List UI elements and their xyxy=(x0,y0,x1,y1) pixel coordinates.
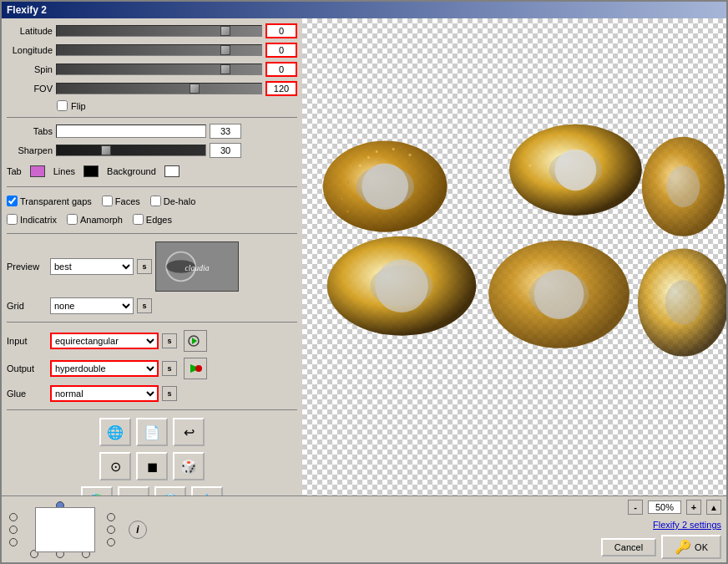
nav-dot-left1[interactable] xyxy=(9,513,18,521)
circle-btn[interactable]: ⊙ xyxy=(99,452,131,480)
ok-button[interactable]: 🔑 OK xyxy=(661,535,721,559)
output-select[interactable]: hyperdouble equirectangular cylindrical … xyxy=(50,360,159,377)
glue-select[interactable]: normal blend overlap xyxy=(50,385,159,402)
crosshair-btn[interactable]: ✛ xyxy=(118,486,149,495)
drop-btn[interactable]: 💧 xyxy=(191,486,223,495)
square-btn[interactable]: ◼ xyxy=(136,452,168,480)
world-btn[interactable]: 🌍 xyxy=(81,486,113,495)
latitude-thumb[interactable] xyxy=(220,26,230,36)
nav-dot-right2[interactable] xyxy=(107,526,115,534)
title-bar: Flexify 2 xyxy=(2,2,726,18)
svg-point-10 xyxy=(361,163,408,210)
preview-select[interactable]: best good fast draft xyxy=(50,258,134,275)
longitude-label: Longitude xyxy=(7,45,53,55)
output-row: Output hyperdouble equirectangular cylin… xyxy=(7,358,297,379)
info-button[interactable]: i xyxy=(129,521,147,539)
spin-thumb[interactable] xyxy=(220,64,230,74)
anamorph-checkbox[interactable] xyxy=(67,214,78,225)
anamorph-item: Anamorph xyxy=(67,214,123,225)
spin-label: Spin xyxy=(7,64,53,74)
grid-small-btn[interactable]: s xyxy=(137,298,152,313)
input-select[interactable]: equirectangular mercator cylindrical sph… xyxy=(50,333,159,349)
indicatrix-checkbox[interactable] xyxy=(7,214,18,225)
svg-point-35 xyxy=(574,148,577,150)
zoom-plus-btn[interactable]: + xyxy=(686,500,701,515)
spin-input[interactable] xyxy=(265,62,297,77)
maximize-btn[interactable]: ▲ xyxy=(706,500,721,515)
preview-label: Preview xyxy=(7,262,47,272)
input-small-btn[interactable]: s xyxy=(162,333,177,348)
svg-point-15 xyxy=(667,165,700,207)
tabs-label: Tabs xyxy=(7,126,53,136)
output-small-btn[interactable]: s xyxy=(162,361,177,376)
indicatrix-item: Indicatrix xyxy=(7,214,57,225)
cube-btn[interactable]: 🧊 xyxy=(154,486,186,495)
lines-color-label: Lines xyxy=(53,166,75,176)
svg-point-31 xyxy=(346,210,349,212)
zoom-row: - 50% + ▲ xyxy=(628,500,721,515)
latitude-slider[interactable] xyxy=(56,25,262,37)
tabs-input[interactable] xyxy=(210,124,241,139)
glue-row: Glue normal blend overlap s xyxy=(7,385,297,402)
cancel-button[interactable]: Cancel xyxy=(601,538,656,556)
tabs-track[interactable] xyxy=(56,124,206,138)
glue-label: Glue xyxy=(7,389,47,399)
lines-color-swatch[interactable] xyxy=(83,165,99,177)
longitude-input[interactable] xyxy=(265,43,297,58)
preview-image xyxy=(302,18,726,495)
grid-select[interactable]: none lines points xyxy=(50,297,134,314)
icon-row-1: 🌐 📄 ↩ xyxy=(7,418,297,446)
fov-slider[interactable] xyxy=(56,83,262,94)
spin-slider[interactable] xyxy=(56,64,262,75)
input-play-btn[interactable] xyxy=(184,330,207,352)
globe-btn[interactable]: 🌐 xyxy=(99,418,131,446)
svg-point-23 xyxy=(665,280,702,325)
preview-miniature: claudia xyxy=(155,241,239,292)
svg-point-29 xyxy=(346,181,349,184)
dice-btn[interactable]: 🎲 xyxy=(173,452,205,480)
undo-btn[interactable]: ↩ xyxy=(173,418,205,446)
flip-row: Flip xyxy=(7,100,297,111)
window-body: Latitude Longitude Spin xyxy=(2,18,726,495)
edges-item: Edges xyxy=(133,214,172,225)
longitude-thumb[interactable] xyxy=(220,45,230,55)
sharpen-slider[interactable] xyxy=(56,145,206,156)
svg-marker-5 xyxy=(192,338,197,344)
settings-link[interactable]: Flexify 2 settings xyxy=(653,520,721,530)
latitude-input[interactable] xyxy=(265,23,297,38)
preview-row: Preview best good fast draft s claudia xyxy=(7,241,297,292)
sharpen-thumb[interactable] xyxy=(101,145,111,155)
edges-label: Edges xyxy=(146,215,172,225)
preview-small-btn[interactable]: s xyxy=(137,259,152,274)
action-buttons: Cancel 🔑 OK xyxy=(601,535,721,559)
flip-label: Flip xyxy=(71,101,86,111)
nav-dot-left2[interactable] xyxy=(9,526,18,534)
de-halo-checkbox[interactable] xyxy=(150,196,161,206)
sharpen-input[interactable] xyxy=(210,143,241,158)
anamorph-label: Anamorph xyxy=(80,215,123,225)
edges-checkbox[interactable] xyxy=(133,214,144,225)
fov-input[interactable] xyxy=(265,81,297,96)
transparent-gaps-checkbox[interactable] xyxy=(7,196,18,206)
longitude-slider[interactable] xyxy=(56,44,262,56)
latitude-label: Latitude xyxy=(7,26,53,36)
background-color-swatch[interactable] xyxy=(164,165,179,177)
nav-dot-left3[interactable] xyxy=(9,538,18,546)
flip-checkbox[interactable] xyxy=(57,100,68,111)
bottom-bar: i - 50% + ▲ Flexify 2 settings Cancel 🔑 … xyxy=(2,495,726,562)
longitude-row: Longitude xyxy=(7,43,297,58)
fov-row: FOV xyxy=(7,81,297,96)
faces-label: Faces xyxy=(115,196,140,206)
nav-dot-right3[interactable] xyxy=(107,538,115,546)
zoom-minus-btn[interactable]: - xyxy=(628,500,643,515)
nav-dot-right1[interactable] xyxy=(107,513,115,521)
divider-3 xyxy=(7,233,297,234)
main-window: Flexify 2 Latitude Longitude xyxy=(0,0,728,564)
glue-small-btn[interactable]: s xyxy=(162,386,177,401)
copy-btn[interactable]: 📄 xyxy=(136,418,168,446)
output-play-btn[interactable] xyxy=(184,358,207,379)
latitude-row: Latitude xyxy=(7,23,297,38)
fov-thumb[interactable] xyxy=(190,84,200,94)
faces-checkbox[interactable] xyxy=(102,196,113,206)
tab-color-swatch[interactable] xyxy=(30,165,45,177)
